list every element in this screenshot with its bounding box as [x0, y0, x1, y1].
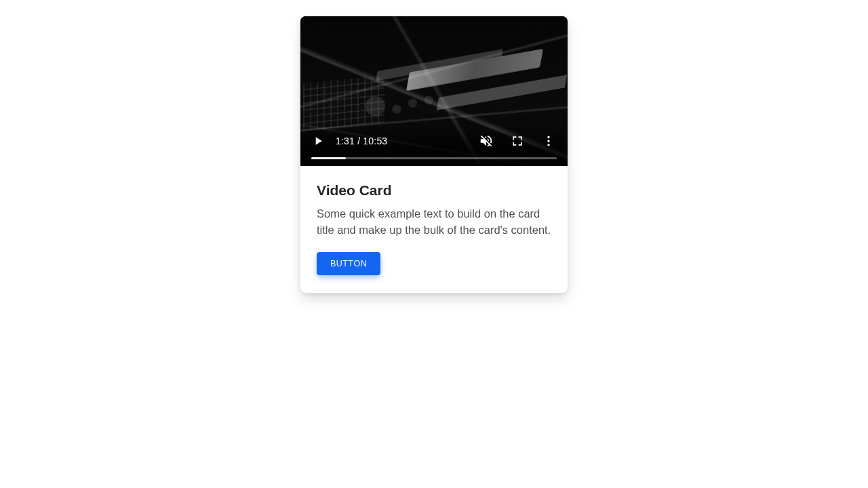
play-icon[interactable]: [310, 133, 326, 149]
video-time-display: 1:31 / 10:53: [336, 136, 387, 146]
card-text: Some quick example text to build on the …: [317, 205, 551, 239]
card-title: Video Card: [317, 182, 551, 199]
fullscreen-icon[interactable]: [509, 133, 526, 149]
video-card: 1:31 / 10:53: [300, 16, 568, 293]
svg-point-1: [547, 140, 549, 142]
mute-icon[interactable]: [478, 133, 494, 149]
card-button[interactable]: Button: [317, 252, 380, 275]
card-body: Video Card Some quick example text to bu…: [300, 166, 568, 293]
more-icon[interactable]: [540, 133, 557, 149]
video-player[interactable]: 1:31 / 10:53: [300, 16, 568, 166]
svg-point-0: [547, 136, 549, 138]
svg-point-2: [547, 144, 549, 146]
